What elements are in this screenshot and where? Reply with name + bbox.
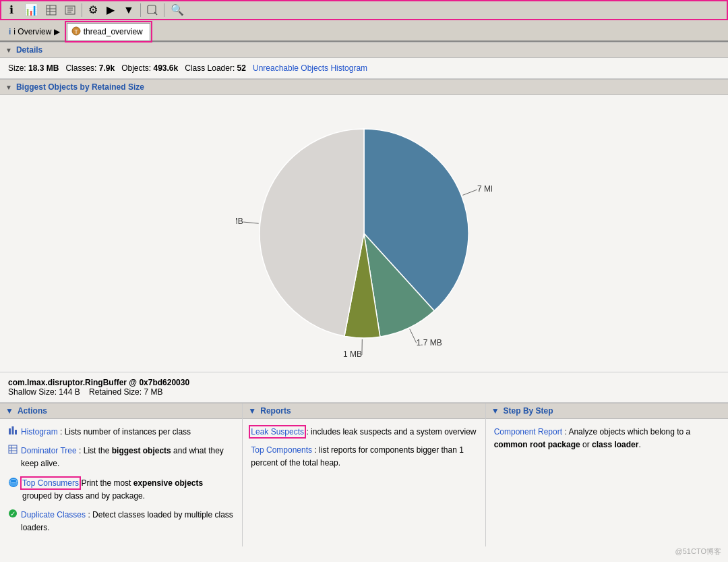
duplicate-link[interactable]: Duplicate Classes <box>21 510 86 519</box>
svg-line-18 <box>243 222 259 223</box>
table-button[interactable] <box>42 2 60 18</box>
svg-text:7 MB: 7 MB <box>477 184 492 194</box>
top-components-link[interactable]: Top Components <box>251 445 312 455</box>
chart-arrow: ▼ <box>5 84 12 91</box>
toolbar: ℹ 📊 ⚙ ▶ ▼ 🔍 <box>0 0 728 20</box>
top-consumers-icon <box>8 477 19 492</box>
reports-content: Leak Suspects : includes leak suspects a… <box>243 419 485 482</box>
component-report-link[interactable]: Component Report <box>494 427 562 437</box>
tab-overview-label: i Overview ▶ <box>13 27 59 36</box>
actions-panel: ▼ Actions Histogram : Lists number of in… <box>0 403 243 546</box>
svg-rect-21 <box>9 428 11 434</box>
loader-label: Class Loader: <box>185 63 235 73</box>
histogram-icon <box>8 426 18 439</box>
chart-section: 7 MB1.7 MB1 MB8.6 MBTotal: 18.3 MB <box>0 95 728 372</box>
retained-size: Retained Size: 7 MB <box>89 387 162 397</box>
run-options-button[interactable]: ▼ <box>120 2 138 18</box>
object-name: com.lmax.disruptor.RingBuffer @ 0x7bd620… <box>8 378 189 387</box>
dominator-icon <box>8 445 18 458</box>
step-by-step-panel: ▼ Step By Step Component Report : Analyz… <box>486 403 728 546</box>
details-arrow: ▼ <box>5 47 12 54</box>
svg-rect-22 <box>12 426 14 434</box>
duplicate-classes-item: ✓ Duplicate Classes : Detect classes loa… <box>8 509 234 534</box>
obj-list-button[interactable] <box>61 2 79 18</box>
chart-header[interactable]: ▼ Biggest Objects by Retained Size <box>0 79 728 95</box>
object-info: com.lmax.disruptor.RingBuffer @ 0x7bd620… <box>0 372 728 403</box>
svg-text:8.6 MB: 8.6 MB <box>236 217 243 226</box>
step-title: Step By Step <box>504 406 553 416</box>
top-consumers-link[interactable]: Top Consumers <box>22 478 79 488</box>
bottom-panels: ▼ Actions Histogram : Lists number of in… <box>0 403 728 546</box>
reports-title: Reports <box>260 406 291 416</box>
dominator-link[interactable]: Dominator Tree <box>21 446 77 455</box>
step-content: Component Report : Analyze objects which… <box>486 419 728 463</box>
step-header[interactable]: ▼ Step By Step <box>486 403 728 419</box>
chart-title: Biggest Objects by Retained Size <box>16 82 144 92</box>
separator-1 <box>82 3 82 17</box>
pie-svg: 7 MB1.7 MB1 MB8.6 MBTotal: 18.3 MB <box>236 109 492 358</box>
info-button[interactable]: ℹ <box>3 2 20 18</box>
svg-text:✓: ✓ <box>10 510 16 517</box>
svg-text:Total: 18.3 MB: Total: 18.3 MB <box>336 357 392 358</box>
settings-button[interactable]: ⚙ <box>85 2 101 18</box>
info-icon: i <box>9 27 11 36</box>
histogram-action-link[interactable]: Histogram <box>21 427 58 437</box>
leak-suspects-desc: : includes leak suspects and a system ov… <box>306 427 476 437</box>
reports-arrow: ▼ <box>248 406 256 416</box>
component-report-item: Component Report : Analyze objects which… <box>494 426 720 451</box>
pie-chart: 7 MB1.7 MB1 MB8.6 MBTotal: 18.3 MB <box>236 109 492 358</box>
tab-thread-label: thread_overview <box>84 27 143 36</box>
tab-overview[interactable]: i i Overview ▶ <box>3 23 65 40</box>
search-button[interactable]: 🔍 <box>167 2 187 18</box>
histogram-desc: : Lists number of instances per class <box>60 427 191 437</box>
separator-3 <box>164 3 164 17</box>
reports-header[interactable]: ▼ Reports <box>243 403 485 419</box>
run-button[interactable]: ▶ <box>102 2 119 18</box>
svg-line-14 <box>410 329 417 343</box>
separator-2 <box>140 3 141 17</box>
leak-suspects-link[interactable]: Leak Suspects <box>251 427 304 437</box>
details-title: Details <box>16 45 42 55</box>
actions-arrow: ▼ <box>5 406 13 416</box>
details-header[interactable]: ▼ Details <box>0 42 728 58</box>
svg-line-12 <box>462 190 477 195</box>
actions-title: Actions <box>18 406 47 416</box>
classes-value: 7.9k <box>99 63 115 73</box>
svg-text:T: T <box>74 28 78 35</box>
classes-label: Classes: <box>65 63 96 73</box>
step-arrow: ▼ <box>491 406 499 416</box>
top-components-item: Top Components : list reports for compon… <box>251 444 477 470</box>
bar-chart-button[interactable]: 📊 <box>21 2 41 18</box>
main-content: ▼ Details Size: 18.3 MB Classes: 7.9k Ob… <box>0 42 728 562</box>
reports-panel: ▼ Reports Leak Suspects : includes leak … <box>243 403 485 546</box>
svg-rect-24 <box>9 445 17 453</box>
size-value: 18.3 MB <box>28 63 59 73</box>
svg-rect-23 <box>15 430 17 434</box>
watermark: @51CTO博客 <box>675 546 721 557</box>
details-content: Size: 18.3 MB Classes: 7.9k Objects: 493… <box>0 58 728 79</box>
dominator-item: Dominator Tree : List the biggest object… <box>8 445 234 470</box>
top-consumers-item: Top Consumers Print the most expensive o… <box>8 476 234 503</box>
histogram-link[interactable]: Unreachable Objects Histogram <box>253 63 367 73</box>
actions-header[interactable]: ▼ Actions <box>0 403 242 419</box>
leak-suspects-item: Leak Suspects : includes leak suspects a… <box>251 426 477 439</box>
histogram-item: Histogram : Lists number of instances pe… <box>8 426 234 439</box>
duplicate-icon: ✓ <box>8 509 18 522</box>
tab-thread-overview[interactable]: T thread_overview <box>67 23 150 40</box>
tab-bar: i i Overview ▶ T thread_overview <box>0 20 728 42</box>
inspect-button[interactable] <box>144 2 161 18</box>
objects-label: Objects: <box>121 63 151 73</box>
thread-icon: T <box>71 26 81 38</box>
svg-text:1.7 MB: 1.7 MB <box>417 338 442 347</box>
shallow-size: Shallow Size: 144 B <box>8 387 80 397</box>
actions-content: Histogram : Lists number of instances pe… <box>0 419 242 546</box>
svg-rect-0 <box>47 5 56 15</box>
loader-value: 52 <box>237 63 246 73</box>
svg-point-29 <box>10 482 17 486</box>
objects-value: 493.6k <box>154 63 179 73</box>
size-label: Size: <box>8 63 26 73</box>
